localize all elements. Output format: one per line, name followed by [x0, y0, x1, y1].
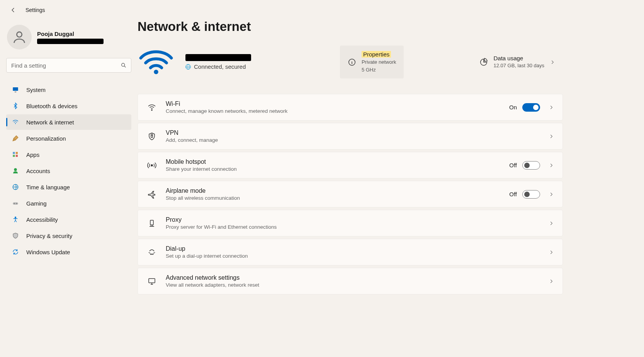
vpn-sub: Add, connect, manage — [166, 137, 540, 143]
svg-point-20 — [150, 254, 151, 254]
sidebar-item-label: Network & internet — [26, 119, 74, 126]
sidebar-item-gaming[interactable]: Gaming — [6, 196, 131, 211]
proxy-icon — [146, 218, 157, 229]
svg-point-1 — [122, 63, 125, 66]
sidebar-nav: System Bluetooth & devices Network & int… — [6, 82, 131, 260]
sidebar-item-time-language[interactable]: Time & language — [6, 179, 131, 195]
wifi-ssid-redacted — [185, 54, 251, 61]
svg-point-22 — [153, 254, 153, 254]
chevron-right-icon — [549, 105, 554, 110]
sidebar-item-network-internet[interactable]: Network & internet — [6, 114, 131, 130]
wifi-status-icon — [138, 48, 175, 76]
hotspot-toggle-label: Off — [509, 162, 517, 168]
svg-rect-4 — [13, 152, 15, 154]
svg-point-11 — [14, 203, 15, 204]
page-title: Network & internet — [138, 19, 563, 34]
dialup-card[interactable]: Dial-up Set up a dial-up internet connec… — [138, 239, 563, 265]
sidebar-item-privacy-security[interactable]: Privacy & security — [6, 228, 131, 243]
data-usage-title: Data usage — [493, 55, 544, 61]
svg-rect-23 — [149, 279, 155, 283]
sidebar-item-accounts[interactable]: Accounts — [6, 163, 131, 178]
svg-rect-2 — [13, 87, 18, 91]
svg-point-18 — [151, 165, 153, 166]
advanced-sub: View all network adapters, network reset — [166, 282, 540, 288]
chevron-right-icon — [549, 192, 554, 197]
sidebar-item-label: Personalization — [26, 135, 66, 142]
vpn-title: VPN — [166, 129, 540, 136]
chevron-right-icon — [549, 221, 554, 226]
search-input[interactable] — [6, 58, 131, 73]
avatar — [7, 25, 32, 49]
connection-status: Connected, secured — [194, 63, 246, 70]
sidebar-item-label: Gaming — [26, 200, 47, 207]
bluetooth-icon — [12, 102, 19, 110]
wifi-card[interactable]: Wi-Fi Connect, manage known networks, me… — [138, 94, 563, 121]
airplane-toggle[interactable] — [522, 190, 540, 199]
chevron-right-icon — [549, 163, 554, 168]
hotspot-title: Mobile hotspot — [166, 158, 501, 165]
hotspot-card[interactable]: Mobile hotspot Share your internet conne… — [138, 152, 563, 178]
svg-point-0 — [17, 32, 22, 37]
chevron-right-icon — [550, 60, 555, 65]
person-icon — [12, 29, 27, 45]
wifi-toggle[interactable] — [522, 103, 540, 112]
proxy-card[interactable]: Proxy Proxy server for Wi-Fi and Etherne… — [138, 210, 563, 236]
hotspot-sub: Share your internet connection — [166, 166, 501, 172]
user-account-block[interactable]: Pooja Duggal — [6, 25, 131, 49]
sidebar-item-label: Time & language — [26, 184, 70, 190]
wifi-title: Wi-Fi — [166, 100, 501, 107]
properties-card[interactable]: Properties Private network 5 GHz — [340, 46, 404, 78]
svg-rect-17 — [151, 136, 153, 138]
sidebar-item-bluetooth-devices[interactable]: Bluetooth & devices — [6, 98, 131, 114]
brush-icon — [12, 134, 19, 142]
sidebar-item-label: System — [26, 87, 46, 93]
advanced-icon — [146, 276, 157, 287]
sidebar-item-accessibility[interactable]: Accessibility — [6, 212, 131, 227]
sidebar-item-label: Privacy & security — [26, 233, 72, 239]
proxy-sub: Proxy server for Wi-Fi and Ethernet conn… — [166, 224, 540, 230]
airplane-icon — [146, 189, 157, 200]
properties-sub1: Private network — [362, 59, 396, 66]
sidebar-item-apps[interactable]: Apps — [6, 147, 131, 162]
advanced-card[interactable]: Advanced network settings View all netwo… — [138, 268, 563, 294]
monitor-icon — [12, 86, 19, 94]
dialup-icon — [146, 247, 157, 258]
info-icon — [348, 58, 356, 66]
app-title: Settings — [25, 7, 45, 13]
arrow-left-icon — [10, 7, 17, 14]
sidebar-item-label: Bluetooth & devices — [26, 103, 78, 109]
svg-point-16 — [151, 110, 152, 110]
back-button[interactable] — [8, 5, 18, 15]
globe-clock-icon — [12, 183, 19, 191]
svg-point-8 — [14, 168, 17, 171]
wifi-sub: Connect, manage known networks, metered … — [166, 108, 501, 114]
properties-sub2: 5 GHz — [362, 66, 396, 73]
dialup-title: Dial-up — [166, 245, 540, 252]
vpn-card[interactable]: VPN Add, connect, manage — [138, 123, 563, 150]
wifi-toggle-label: On — [509, 104, 517, 110]
svg-rect-6 — [13, 155, 15, 157]
data-usage-card[interactable]: Data usage 12.07 GB, last 30 days — [472, 49, 563, 75]
advanced-title: Advanced network settings — [166, 274, 540, 281]
sidebar-item-personalization[interactable]: Personalization — [6, 131, 131, 146]
vpn-icon — [146, 131, 157, 142]
wifi-icon — [12, 118, 19, 126]
apps-icon — [12, 151, 19, 158]
sidebar-item-system[interactable]: System — [6, 82, 131, 97]
svg-rect-5 — [16, 152, 18, 154]
hotspot-icon — [146, 160, 157, 171]
person-icon — [12, 167, 19, 175]
user-name: Pooja Duggal — [37, 31, 104, 37]
sidebar-item-label: Accessibility — [26, 216, 58, 223]
sidebar-item-label: Apps — [26, 151, 39, 158]
sidebar-item-windows-update[interactable]: Windows Update — [6, 244, 131, 260]
accessibility-icon — [12, 216, 19, 223]
properties-title: Properties — [362, 51, 391, 58]
update-icon — [12, 248, 19, 256]
globe-icon — [185, 64, 191, 70]
chevron-right-icon — [549, 279, 554, 284]
hotspot-toggle[interactable] — [522, 161, 540, 170]
airplane-card[interactable]: Airplane mode Stop all wireless communic… — [138, 181, 563, 207]
data-usage-sub: 12.07 GB, last 30 days — [493, 62, 544, 69]
svg-rect-19 — [150, 220, 153, 225]
